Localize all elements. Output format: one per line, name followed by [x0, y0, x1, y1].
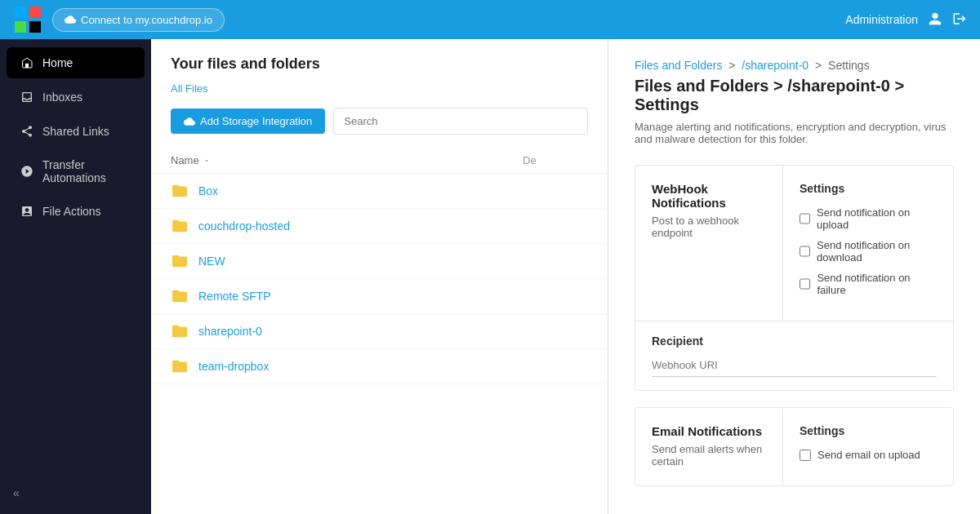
share-icon — [20, 124, 34, 139]
all-files-link[interactable]: All Files — [171, 82, 588, 95]
breadcrumb-sep2: > — [815, 59, 825, 72]
search-input[interactable] — [333, 108, 588, 135]
topbar: Connect to my.couchdrop.io Administratio… — [0, 0, 980, 39]
sidebar-item-home[interactable]: Home — [7, 47, 145, 78]
add-storage-button[interactable]: Add Storage Integration — [171, 109, 325, 134]
sidebar-label-inboxes: Inboxes — [42, 91, 82, 104]
content-area: Your files and folders All Files Add Sto… — [151, 39, 980, 514]
sidebar-label-transfer-automations: Transfer Automations — [42, 158, 131, 184]
svg-rect-1 — [29, 7, 41, 18]
logo — [13, 5, 42, 34]
checkbox-row-email-upload: Send email on upload — [800, 449, 937, 461]
col-name-header: Name — [171, 154, 523, 166]
checkbox-row-failure: Send notification on failure — [800, 272, 937, 296]
email-section: Email Notifications Send email alerts wh… — [635, 407, 954, 486]
webhook-settings-label: Settings — [800, 182, 937, 195]
breadcrumb-sep1: > — [728, 59, 738, 72]
sidebar-item-shared-links[interactable]: Shared Links — [7, 116, 145, 147]
webhook-section-row: WebHook Notifications Post to a webhook … — [635, 166, 953, 321]
home-icon — [20, 55, 34, 70]
checkbox-row-upload: Send notification on upload — [800, 206, 937, 231]
file-panel-header: Your files and folders All Files Add Sto… — [151, 39, 608, 148]
file-panel-title: Your files and folders — [171, 55, 588, 73]
sidebar-label-shared-links: Shared Links — [42, 125, 109, 138]
folder-name-sharepoint: sharepoint-0 — [198, 325, 588, 338]
user-icon[interactable] — [928, 11, 942, 29]
folder-icon — [171, 219, 189, 233]
folder-icon — [171, 289, 189, 304]
sidebar-label-home: Home — [42, 56, 73, 69]
sort-icon — [203, 157, 211, 165]
email-section-row: Email Notifications Send email alerts wh… — [635, 408, 953, 485]
folder-icon — [171, 324, 189, 339]
webhook-section: WebHook Notifications Post to a webhook … — [635, 165, 954, 391]
checkbox-failure[interactable] — [800, 278, 810, 290]
folder-name-remote-sftp: Remote SFTP — [198, 290, 588, 303]
main-layout: Home Inboxes Shared Links Transfer Autom… — [0, 39, 980, 514]
email-left: Email Notifications Send email alerts wh… — [635, 408, 783, 485]
file-row-box[interactable]: Box — [151, 174, 608, 209]
recipient-title: Recipient — [652, 335, 937, 348]
admin-label: Administration — [845, 13, 918, 26]
checkbox-label-download: Send notification on download — [817, 239, 937, 264]
settings-title: Files and Folders > /sharepoint-0 > Sett… — [635, 77, 954, 114]
breadcrumb-files-and-folders[interactable]: Files and Folders — [635, 59, 722, 72]
checkbox-download[interactable] — [800, 246, 810, 257]
file-actions-icon — [20, 204, 34, 219]
webhook-right: Settings Send notification on upload Sen… — [783, 166, 953, 321]
recipient-section: Recipient — [635, 321, 953, 390]
breadcrumb-settings: Settings — [828, 59, 870, 72]
sidebar: Home Inboxes Shared Links Transfer Autom… — [0, 39, 151, 514]
folder-name-couchdrop: couchdrop-hosted — [198, 219, 588, 233]
connect-button[interactable]: Connect to my.couchdrop.io — [52, 8, 225, 32]
col-date-header: De — [523, 154, 588, 166]
topbar-right: Administration — [845, 11, 967, 29]
checkbox-email-upload[interactable] — [800, 450, 811, 461]
file-toolbar: Add Storage Integration — [171, 108, 588, 135]
email-settings-label: Settings — [800, 424, 937, 437]
file-row-couchdrop[interactable]: couchdrop-hosted — [151, 209, 608, 244]
folder-name-new: NEW — [198, 255, 588, 268]
checkbox-row-download: Send notification on download — [800, 239, 937, 264]
folder-icon — [171, 359, 189, 374]
email-right: Settings Send email on upload — [783, 408, 953, 485]
file-row-new[interactable]: NEW — [151, 244, 608, 279]
webhook-left: WebHook Notifications Post to a webhook … — [635, 166, 783, 321]
logout-icon[interactable] — [952, 11, 967, 29]
file-list-header: Name De — [151, 148, 608, 174]
webhook-desc: Post to a webhook endpoint — [652, 215, 766, 239]
file-browser-panel: Your files and folders All Files Add Sto… — [151, 39, 608, 514]
svg-rect-4 — [25, 64, 29, 68]
checkbox-label-failure: Send notification on failure — [817, 272, 937, 296]
folder-icon — [171, 184, 189, 198]
checkbox-upload[interactable] — [800, 213, 810, 224]
svg-rect-0 — [15, 7, 26, 18]
settings-description: Manage alerting and notifications, encry… — [635, 121, 954, 145]
folder-name-box: Box — [198, 184, 588, 197]
breadcrumb: Files and Folders > /sharepoint-0 > Sett… — [635, 59, 954, 72]
checkbox-label-upload: Send notification on upload — [817, 206, 937, 231]
file-list: Box couchdrop-hosted NEW Remote SFTP sha… — [151, 174, 608, 514]
topbar-left: Connect to my.couchdrop.io — [13, 5, 225, 34]
sidebar-item-transfer-automations[interactable]: Transfer Automations — [7, 150, 145, 193]
sidebar-item-inboxes[interactable]: Inboxes — [7, 82, 145, 113]
webhook-uri-input[interactable] — [652, 354, 937, 377]
webhook-title: WebHook Notifications — [652, 182, 766, 210]
checkbox-label-email-upload: Send email on upload — [817, 449, 920, 461]
folder-name-team-dropbox: team-dropbox — [198, 360, 588, 373]
settings-footer: Save Settings Cancel — [635, 503, 954, 514]
breadcrumb-sharepoint[interactable]: /sharepoint-0 — [742, 59, 808, 72]
inbox-icon — [20, 90, 34, 104]
email-desc: Send email alerts when certain — [652, 443, 766, 467]
svg-rect-3 — [29, 21, 41, 33]
file-row-sharepoint[interactable]: sharepoint-0 — [151, 314, 608, 349]
folder-icon — [171, 254, 189, 268]
cloud-upload-icon — [184, 116, 195, 127]
file-row-team-dropbox[interactable]: team-dropbox — [151, 349, 608, 384]
automation-icon — [20, 164, 34, 179]
file-row-remote-sftp[interactable]: Remote SFTP — [151, 279, 608, 314]
sidebar-collapse[interactable]: « — [0, 478, 151, 507]
sidebar-item-file-actions[interactable]: File Actions — [7, 196, 145, 227]
sidebar-label-file-actions: File Actions — [42, 205, 101, 218]
cloud-icon — [65, 14, 76, 25]
